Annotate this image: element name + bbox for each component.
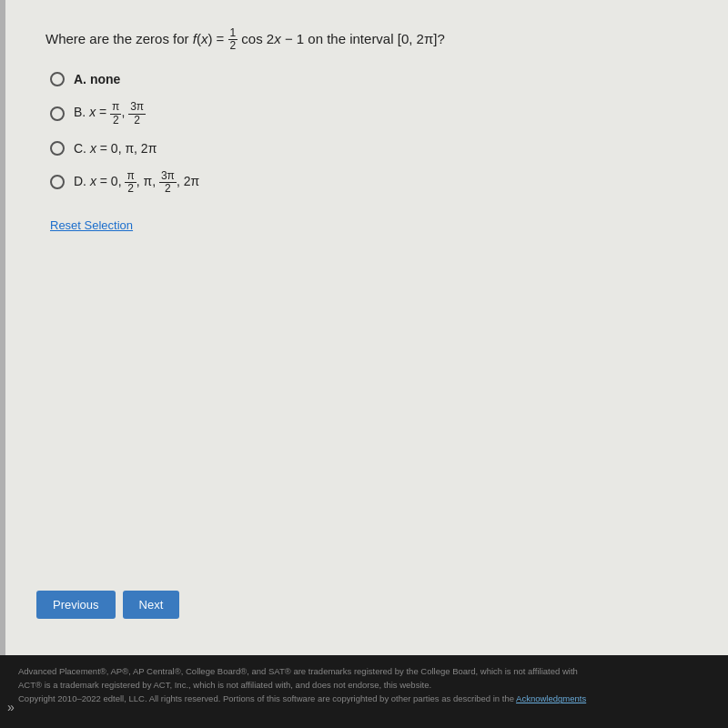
option-A: A. none (50, 72, 692, 86)
reset-selection-link[interactable]: Reset Selection (50, 218, 133, 232)
option-C-label: C. x = 0, π, 2π (74, 141, 157, 156)
footer-text: Advanced Placement®, AP®, AP Central®, C… (18, 664, 710, 706)
acknowledgments-link[interactable]: Acknowledgments (516, 693, 586, 703)
radio-B[interactable] (50, 106, 65, 121)
question-area: Where are the zeros for f(x) = 1 2 cos 2… (46, 27, 692, 233)
radio-D[interactable] (50, 175, 65, 189)
nav-area: Previous Next (36, 591, 179, 619)
option-B-label: B. x = π 2 , 3π 2 (74, 101, 146, 126)
option-D-label: D. x = 0, π 2 , π, 3π 2 , 2π (74, 170, 199, 195)
option-A-label: A. none (74, 72, 120, 86)
main-content: Where are the zeros for f(x) = 1 2 cos 2… (0, 0, 728, 655)
fraction-half: 1 2 (228, 27, 238, 52)
footer-line3: Copyright 2010–2022 edtell, LLC. All rig… (18, 693, 586, 703)
footer-area: Advanced Placement®, AP®, AP Central®, C… (0, 655, 728, 728)
radio-C[interactable] (50, 141, 65, 156)
option-C: C. x = 0, π, 2π (50, 141, 692, 156)
options-list: A. none B. x = π 2 , 3π 2 (50, 72, 692, 195)
option-D: D. x = 0, π 2 , π, 3π 2 , 2π (50, 170, 692, 195)
left-border (0, 0, 5, 655)
radio-A[interactable] (50, 72, 65, 86)
fraction-3pi-2-d: 3π 2 (159, 170, 177, 195)
option-B: B. x = π 2 , 3π 2 (50, 101, 692, 126)
next-button[interactable]: Next (123, 591, 180, 619)
fraction-pi-2-b: π 2 (110, 101, 121, 126)
fraction-pi-2-d: π 2 (125, 170, 136, 195)
footer-line1: Advanced Placement®, AP®, AP Central®, C… (18, 666, 578, 676)
sidebar-arrow-icon[interactable]: » (7, 700, 15, 714)
footer-line2: ACT® is a trademark registered by ACT, I… (18, 680, 431, 690)
question-text: Where are the zeros for f(x) = 1 2 cos 2… (46, 27, 692, 52)
fraction-3pi-2-b: 3π 2 (128, 101, 146, 126)
previous-button[interactable]: Previous (36, 591, 116, 619)
